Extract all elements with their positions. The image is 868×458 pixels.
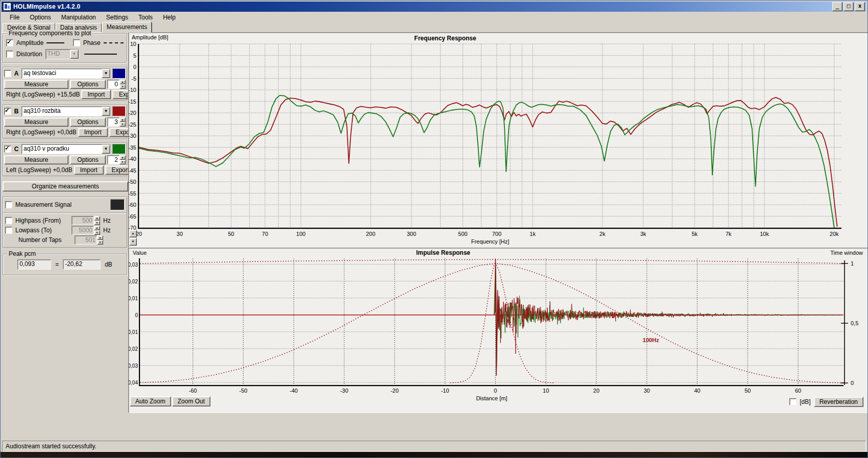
peak-pcm-value: 0,093 (17, 259, 51, 270)
db-checkbox[interactable]: ✓ (789, 398, 797, 405)
distance-tick-label: 50 (744, 388, 751, 394)
spin-down-icon[interactable]: ▼ (119, 84, 126, 89)
options-button-a[interactable]: Options (70, 80, 106, 89)
x-tick-label: 2k (599, 231, 606, 237)
menu-options[interactable]: Options (25, 13, 56, 22)
organize-measurements-button[interactable]: Organize measurements (3, 181, 128, 191)
measurement-b-spinner[interactable]: 3 ▲▼ (107, 117, 126, 127)
menu-tools[interactable]: Tools (133, 13, 158, 22)
measurement-a-spinner[interactable]: 0 ▲▼ (107, 80, 126, 89)
measurement-signal-color-swatch[interactable] (110, 199, 125, 210)
zoom-out-button[interactable]: Zoom Out (172, 396, 210, 406)
tab-measurements[interactable]: Measurements (102, 22, 152, 33)
options-button-c[interactable]: Options (70, 155, 106, 164)
spin-up-icon[interactable]: ▲ (119, 155, 126, 160)
x-tick-label: 200 (366, 231, 375, 237)
taps-value[interactable]: 501 (75, 235, 97, 245)
import-button-a[interactable]: Import (81, 90, 111, 99)
maximize-button[interactable]: □ (843, 2, 854, 11)
distance-tick-label: 10 (543, 388, 549, 394)
spin-up-icon[interactable]: ▲ (94, 216, 100, 221)
phase-checkbox[interactable]: ✓ (73, 39, 80, 46)
spin-up-icon[interactable]: ▲ (94, 226, 100, 230)
phase-line-sample (104, 42, 124, 43)
measurement-a-name-select[interactable]: aq testovaci ▼ (21, 68, 111, 79)
auto-zoom-button[interactable]: Auto Zoom (130, 396, 171, 406)
measure-button-c[interactable]: Measure (4, 155, 68, 164)
lowpass-value[interactable]: 5000 (71, 226, 94, 235)
spin-up-icon[interactable]: ▲ (97, 235, 103, 240)
distance-tick-label: -60 (189, 388, 197, 394)
chevron-down-icon[interactable]: ▼ (102, 144, 110, 154)
import-button-c[interactable]: Import (74, 165, 104, 175)
measurement-b-spin-value[interactable]: 3 (107, 117, 119, 127)
spin-down-icon[interactable]: ▼ (119, 122, 126, 127)
close-button[interactable]: x (855, 2, 865, 11)
measure-button-b[interactable]: Measure (4, 117, 68, 127)
options-button-b[interactable]: Options (70, 117, 106, 127)
distance-tick-label: 0 (494, 388, 497, 394)
y-tick-label: -65 (129, 213, 136, 220)
chevron-down-icon[interactable]: ▼ (70, 50, 79, 59)
measurement-c-spin-value[interactable]: 2 (107, 155, 119, 164)
lowpass-checkbox[interactable]: ✓ (5, 227, 12, 234)
measurement-b-checkbox[interactable]: ✓ (4, 108, 11, 115)
measurement-b-name-select[interactable]: aq310 rozbita ▼ (21, 106, 111, 116)
measurement-a-checkbox[interactable]: ✓ (4, 70, 11, 77)
highpass-unit: Hz (103, 217, 111, 224)
x-tick-label: 100 (296, 231, 305, 237)
spin-down-icon[interactable]: ▼ (119, 160, 126, 164)
time-window-tick-label: 0 (851, 380, 854, 386)
measurement-signal-checkbox[interactable]: ✓ (5, 201, 12, 208)
x-axis-title: Frequency [Hz] (471, 238, 510, 245)
distortion-mode-select[interactable]: THD ▼ (45, 49, 79, 59)
measurement-c-checkbox[interactable]: ✓ (4, 146, 11, 153)
chart-title: Impulse Response (416, 249, 470, 256)
impulse-response-chart[interactable]: 10,500,030,020,010-0,01-0,02-0,03-0,04-6… (129, 248, 866, 412)
scroll-up-icon[interactable]: ▲ (129, 230, 137, 237)
menu-file[interactable]: File (5, 13, 25, 22)
taps-label: Number of Taps (14, 236, 71, 244)
measurement-a-spin-value[interactable]: 0 (107, 80, 119, 89)
import-button-b[interactable]: Import (78, 128, 108, 137)
menu-manipulation[interactable]: Manipulation (56, 13, 101, 22)
highpass-value[interactable]: 500 (71, 216, 94, 225)
measurement-signal-label: Measurement Signal (15, 201, 107, 208)
taps-spinner[interactable]: 501 ▲▼ (75, 235, 103, 245)
spin-down-icon[interactable]: ▼ (94, 230, 100, 235)
chevron-down-icon[interactable]: ▼ (102, 107, 110, 116)
frequency-response-chart[interactable]: 1050-5-10-15-20-25-30-35-40-45-50-55-60-… (129, 33, 866, 246)
measure-button-a[interactable]: Measure (4, 80, 68, 89)
highpass-spinner[interactable]: 500 ▲▼ (71, 216, 100, 225)
measurement-c-name-select[interactable]: aq310 v poradku ▼ (21, 144, 111, 154)
status-bar: Audiostream started successfully. (2, 441, 866, 452)
highpass-checkbox[interactable]: ✓ (5, 217, 12, 224)
y-tick-label: -35 (129, 144, 136, 151)
distortion-checkbox[interactable]: ✓ (6, 51, 13, 58)
x-tick-label: 3k (640, 231, 646, 237)
x-tick-label: 7k (726, 231, 732, 237)
spin-up-icon[interactable]: ▲ (119, 117, 126, 122)
y-tick-label: -30 (129, 133, 136, 139)
measurement-c-color-swatch[interactable] (112, 144, 126, 154)
scroll-down-icon[interactable]: ▼ (129, 238, 137, 246)
amplitude-checkbox[interactable]: ✓ (6, 39, 13, 46)
measurement-b-color-swatch[interactable] (112, 106, 126, 116)
chevron-down-icon[interactable]: ▼ (102, 69, 110, 78)
measurement-a-color-swatch[interactable] (112, 68, 126, 79)
minimize-button[interactable]: _ (832, 2, 842, 11)
x-tick-label: 30 (177, 231, 183, 237)
menu-help[interactable]: Help (158, 13, 181, 22)
x-tick-label: 70 (262, 231, 268, 237)
measurement-c-spinner[interactable]: 2 ▲▼ (107, 155, 126, 164)
lowpass-spinner[interactable]: 5000 ▲▼ (71, 226, 100, 235)
spin-down-icon[interactable]: ▼ (94, 221, 100, 225)
spin-up-icon[interactable]: ▲ (119, 80, 126, 84)
reverberation-button[interactable]: Reverberation (814, 397, 863, 407)
x-tick-label: 5k (692, 231, 698, 237)
spin-down-icon[interactable]: ▼ (97, 240, 103, 245)
menu-settings[interactable]: Settings (101, 13, 133, 22)
window-title: HOLMImpulse v1.4.2.0 (13, 3, 831, 10)
y-axis-title: Value (133, 250, 147, 256)
x-tick-label: 10k (760, 231, 769, 237)
